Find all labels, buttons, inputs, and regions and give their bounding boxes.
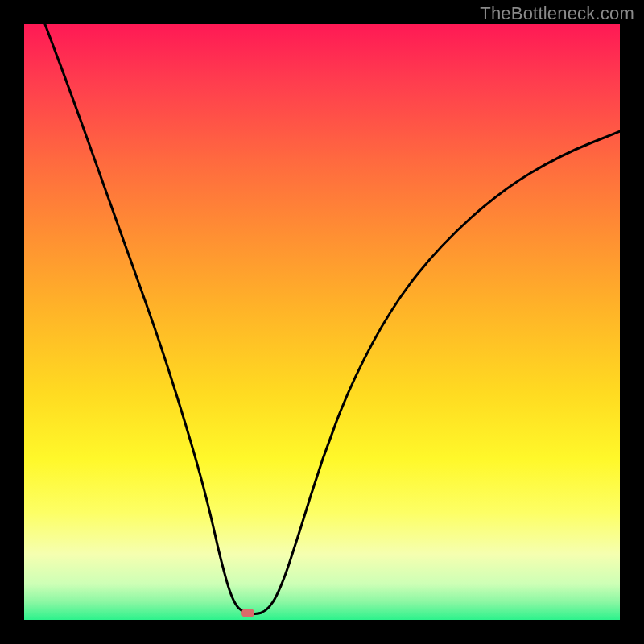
plot-area <box>24 24 620 620</box>
optimal-point-marker <box>242 609 254 617</box>
outer-frame: TheBottleneck.com <box>0 0 644 644</box>
bottleneck-curve <box>24 24 620 620</box>
watermark-text: TheBottleneck.com <box>480 3 634 24</box>
